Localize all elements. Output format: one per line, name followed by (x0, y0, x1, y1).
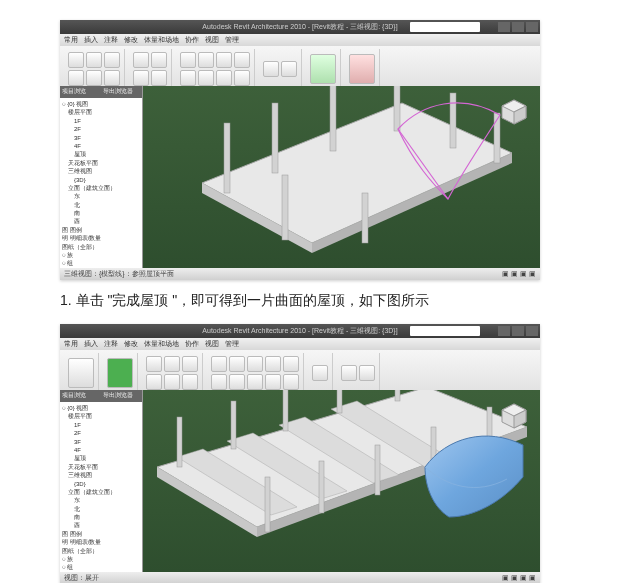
ribbon-tool-button[interactable] (234, 52, 250, 68)
ribbon-tool-button[interactable] (229, 374, 245, 390)
tree-node[interactable]: {3D} (62, 480, 140, 488)
menu-item[interactable]: 插入 (84, 35, 98, 45)
tree-node[interactable]: 天花板平面 (62, 463, 140, 471)
tree-node[interactable]: 图 图例 (62, 530, 140, 538)
maximize-button[interactable] (512, 22, 524, 32)
tree-node[interactable]: 屋顶 (62, 150, 140, 158)
ribbon-tool-button[interactable] (164, 374, 180, 390)
tree-node[interactable]: ○ 组 (62, 259, 140, 267)
ribbon-tool-button[interactable] (133, 52, 149, 68)
ribbon-tool-button[interactable] (341, 365, 357, 381)
tree-node[interactable]: ○ 族 (62, 251, 140, 259)
ribbon-tool-button[interactable] (263, 61, 279, 77)
tree-node[interactable]: 2F (62, 429, 140, 437)
side-tab-export[interactable]: 导出浏览器 (101, 86, 142, 98)
menu-item[interactable]: 插入 (84, 339, 98, 349)
tree-node[interactable]: 天花板平面 (62, 159, 140, 167)
tree-node[interactable]: 立面（建筑立面） (62, 184, 140, 192)
menu-item[interactable]: 体量和场地 (144, 35, 179, 45)
element-color-button[interactable] (107, 358, 133, 388)
modify-button[interactable] (68, 358, 94, 388)
menu-item[interactable]: 常用 (64, 35, 78, 45)
tree-node[interactable]: 1F (62, 117, 140, 125)
tree-node[interactable]: 东 (62, 496, 140, 504)
side-tab-export[interactable]: 导出浏览器 (101, 390, 142, 402)
project-tree[interactable]: ○ {0} 视图楼层平面1F2F3F4F屋顶天花板平面三维视图{3D}立面（建筑… (60, 402, 142, 572)
ribbon-tool-button[interactable] (283, 374, 299, 390)
menu-item[interactable]: 管理 (225, 35, 239, 45)
ribbon-tool-button[interactable] (216, 52, 232, 68)
ribbon-tool-button[interactable] (265, 356, 281, 372)
ribbon-tool-button[interactable] (146, 374, 162, 390)
tree-node[interactable]: 东 (62, 192, 140, 200)
ribbon-tool-button[interactable] (68, 52, 84, 68)
view-cube[interactable] (498, 96, 530, 128)
ribbon-tool-button[interactable] (151, 52, 167, 68)
tree-node[interactable]: {3D} (62, 176, 140, 184)
menu-item[interactable]: 视图 (205, 339, 219, 349)
menu-item[interactable]: 体量和场地 (144, 339, 179, 349)
close-button[interactable] (526, 22, 538, 32)
menu-item[interactable]: 常用 (64, 339, 78, 349)
menu-item[interactable]: 注释 (104, 35, 118, 45)
tree-node[interactable]: 1F (62, 421, 140, 429)
tree-node[interactable]: 三维视图 (62, 167, 140, 175)
tree-node[interactable]: 2F (62, 125, 140, 133)
tree-node[interactable]: 屋顶 (62, 454, 140, 462)
ribbon-tool-button[interactable] (180, 70, 196, 86)
menu-item[interactable]: 修改 (124, 339, 138, 349)
menu-item[interactable]: 注释 (104, 339, 118, 349)
ribbon-tool-button[interactable] (182, 356, 198, 372)
menu-item[interactable]: 管理 (225, 339, 239, 349)
ribbon-tool-button[interactable] (211, 356, 227, 372)
ribbon-tool-button[interactable] (216, 70, 232, 86)
tree-node[interactable]: 图 图例 (62, 226, 140, 234)
side-tab-project[interactable]: 项目浏览 (60, 390, 101, 402)
project-tree[interactable]: ○ {0} 视图楼层平面1F2F3F4F屋顶天花板平面三维视图{3D}立面（建筑… (60, 98, 142, 268)
tree-node[interactable]: ○ 组 (62, 563, 140, 571)
close-button[interactable] (526, 326, 538, 336)
3d-viewport[interactable] (143, 86, 540, 268)
view-cube[interactable] (498, 400, 530, 432)
ribbon-tool-button[interactable] (265, 374, 281, 390)
tree-node[interactable]: ○ 族 (62, 555, 140, 563)
ribbon-tool-button[interactable] (104, 52, 120, 68)
tree-node[interactable]: 北 (62, 505, 140, 513)
side-tab-project[interactable]: 项目浏览 (60, 86, 101, 98)
tree-node[interactable]: 4F (62, 446, 140, 454)
menu-item[interactable]: 协作 (185, 35, 199, 45)
tree-node[interactable]: 西 (62, 521, 140, 529)
ribbon-tool-button[interactable] (247, 356, 263, 372)
3d-viewport[interactable] (143, 390, 540, 572)
menu-item[interactable]: 视图 (205, 35, 219, 45)
menu-item[interactable]: 协作 (185, 339, 199, 349)
ribbon-tool-button[interactable] (146, 356, 162, 372)
ribbon-tool-button[interactable] (359, 365, 375, 381)
tree-node[interactable]: 北 (62, 201, 140, 209)
tree-node[interactable]: 西 (62, 217, 140, 225)
tree-node[interactable]: 4F (62, 142, 140, 150)
ribbon-tool-button[interactable] (68, 70, 84, 86)
tree-node[interactable]: 三维视图 (62, 471, 140, 479)
tree-node[interactable]: 楼层平面 (62, 108, 140, 116)
minimize-button[interactable] (498, 22, 510, 32)
ribbon-tool-button[interactable] (198, 52, 214, 68)
tree-node[interactable]: 立面（建筑立面） (62, 488, 140, 496)
tree-node[interactable]: 3F (62, 134, 140, 142)
tree-node[interactable]: 南 (62, 209, 140, 217)
tree-node[interactable]: 明 明细表/数量 (62, 538, 140, 546)
tree-node[interactable]: 南 (62, 513, 140, 521)
ribbon-tool-button[interactable] (247, 374, 263, 390)
ribbon-tool-button[interactable] (312, 365, 328, 381)
ribbon-tool-button[interactable] (86, 70, 102, 86)
ribbon-tool-button[interactable] (281, 61, 297, 77)
ribbon-tool-button[interactable] (234, 70, 250, 86)
ribbon-tool-button[interactable] (86, 52, 102, 68)
maximize-button[interactable] (512, 326, 524, 336)
ribbon-tool-button[interactable] (211, 374, 227, 390)
tree-node[interactable]: 楼层平面 (62, 412, 140, 420)
tree-node[interactable]: 图纸（全部） (62, 243, 140, 251)
search-input[interactable] (410, 326, 480, 336)
search-input[interactable] (410, 22, 480, 32)
finish-roof-button[interactable] (310, 54, 336, 84)
